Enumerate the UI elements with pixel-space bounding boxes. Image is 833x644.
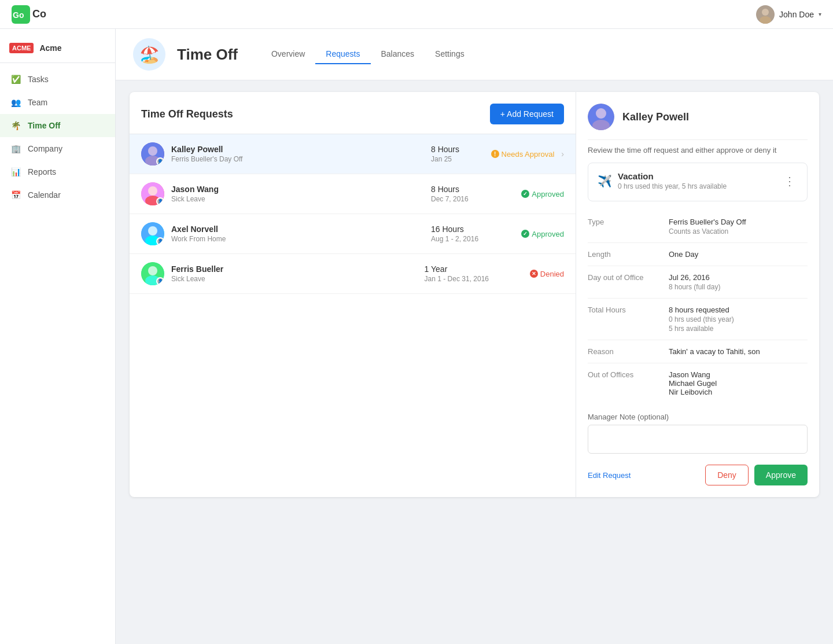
- request-hours: 8 Hours Jan 25: [431, 145, 489, 163]
- request-name: Jason Wang: [171, 185, 431, 194]
- deny-button[interactable]: Deny: [705, 465, 749, 485]
- detail-row-reason: Reason Takin' a vacay to Tahiti, son: [588, 340, 808, 363]
- add-request-button[interactable]: + Add Request: [490, 104, 564, 124]
- tab-balances[interactable]: Balances: [371, 45, 425, 64]
- sidebar-label: Company: [28, 144, 62, 153]
- detail-row-length: Length One Day: [588, 243, 808, 266]
- detail-row-type: Type Ferris Bueller's Day Off Counts as …: [588, 211, 808, 243]
- request-row-ferris[interactable]: 👤 Ferris Bueller Sick Leave 1 Year Jan 1…: [130, 254, 576, 294]
- request-name: Axel Norvell: [171, 225, 431, 234]
- request-info: Kalley Powell Ferris Bueller's Day Off: [171, 145, 431, 163]
- manager-note-input[interactable]: [588, 425, 808, 454]
- company-logo: ACME: [9, 43, 34, 53]
- logo-text: Co: [32, 8, 46, 20]
- user-menu[interactable]: John Doe ▾: [756, 5, 821, 24]
- avatar-ferris: 👤: [141, 262, 164, 285]
- hours-date: Jan 25: [431, 155, 489, 163]
- action-buttons: Edit Request Deny Approve: [588, 465, 808, 485]
- avatar-badge: 👤: [156, 197, 164, 205]
- time-off-icon: 🌴: [9, 119, 22, 132]
- company-name: Acme: [39, 43, 61, 53]
- detail-label-type: Type: [588, 218, 669, 235]
- vacation-card-left: ✈️ Vacation 0 hrs used this year, 5 hrs …: [598, 171, 727, 190]
- avatar-jason: 👤: [141, 182, 164, 205]
- avatar: [756, 5, 775, 24]
- request-status: Approved: [489, 190, 564, 198]
- sidebar-label: Calendar: [28, 190, 61, 200]
- detail-label-reason: Reason: [588, 347, 669, 356]
- plane-icon: ✈️: [598, 174, 612, 188]
- logo-icon: Go: [12, 5, 30, 24]
- company-icon: 🏢: [9, 142, 22, 155]
- sidebar-item-reports[interactable]: 📊 Reports: [0, 160, 115, 183]
- detail-row-total-hours: Total Hours 8 hours requested 0 hrs used…: [588, 299, 808, 340]
- sidebar-item-company[interactable]: 🏢 Company: [0, 137, 115, 160]
- sidebar-item-team[interactable]: 👥 Team: [0, 91, 115, 114]
- requests-title: Time Off Requests: [141, 108, 233, 120]
- avatar-badge: 👤: [156, 237, 164, 245]
- status-badge-approved: Approved: [521, 230, 564, 238]
- avatar-badge: 👤: [156, 157, 164, 165]
- status-badge-needs-approval: Needs Approval: [491, 150, 555, 159]
- detail-instruction: Review the time off request and either a…: [588, 146, 808, 154]
- approve-button[interactable]: Approve: [754, 465, 808, 485]
- detail-length-value: One Day: [669, 250, 808, 259]
- x-icon: [530, 270, 538, 278]
- action-right-buttons: Deny Approve: [705, 465, 808, 485]
- main-content: 🏖️ Time Off Overview Requests Balances S…: [116, 29, 833, 644]
- sidebar-item-time-off[interactable]: 🌴 Time Off: [0, 114, 115, 137]
- tab-requests[interactable]: Requests: [315, 45, 370, 64]
- detail-label-length: Length: [588, 250, 669, 259]
- hours-date: Jan 1 - Dec 31, 2016: [425, 275, 489, 283]
- request-row-axel[interactable]: 👤 Axel Norvell Work From Home 16 Hours A…: [130, 214, 576, 254]
- out-of-office-1: Jason Wang: [669, 370, 808, 379]
- calendar-icon: 📅: [9, 189, 22, 201]
- sidebar-label: Time Off: [28, 121, 61, 130]
- request-sub: Sick Leave: [171, 275, 425, 283]
- sidebar-label: Team: [28, 98, 47, 107]
- reports-icon: 📊: [9, 165, 22, 178]
- tab-settings[interactable]: Settings: [425, 45, 475, 64]
- request-row-jason[interactable]: 👤 Jason Wang Sick Leave 8 Hours Dec 7, 2…: [130, 174, 576, 214]
- detail-row-out-of-offices: Out of Offices Jason Wang Michael Gugel …: [588, 363, 808, 403]
- detail-label-day-out: Day out of Office: [588, 273, 669, 291]
- status-badge-approved: Approved: [521, 190, 564, 198]
- manager-note-label: Manager Note (optional): [588, 413, 808, 421]
- request-sub: Work From Home: [171, 235, 431, 243]
- sidebar-item-tasks[interactable]: ✅ Tasks: [0, 68, 115, 91]
- warn-icon: [491, 150, 499, 158]
- content-area: Time Off Requests + Add Request 👤: [116, 80, 833, 644]
- main-layout: ACME Acme ✅ Tasks 👥 Team 🌴 Time Off 🏢 Co…: [0, 29, 833, 644]
- detail-header: Kalley Powell: [588, 104, 808, 140]
- sidebar-item-calendar[interactable]: 📅 Calendar: [0, 183, 115, 207]
- vacation-card-header: ✈️ Vacation 0 hrs used this year, 5 hrs …: [598, 171, 798, 190]
- tab-overview[interactable]: Overview: [261, 45, 315, 64]
- request-sub: Ferris Bueller's Day Off: [171, 155, 431, 163]
- requests-header: Time Off Requests + Add Request: [130, 92, 576, 134]
- hours-date: Dec 7, 2016: [431, 195, 489, 203]
- hours-date: Aug 1 - 2, 2016: [431, 235, 489, 243]
- sidebar-label: Reports: [28, 167, 56, 176]
- request-name: Kalley Powell: [171, 145, 431, 154]
- detail-day-out-value: Jul 26, 2016: [669, 273, 808, 282]
- detail-total-hours-sub2: 5 hrs available: [669, 325, 808, 333]
- detail-day-out-sub: 8 hours (full day): [669, 283, 808, 291]
- tasks-icon: ✅: [9, 73, 22, 86]
- vacation-title: Vacation: [618, 171, 727, 181]
- avatar-badge: 👤: [156, 277, 164, 285]
- svg-point-8: [148, 186, 157, 196]
- detail-total-hours-value: 8 hours requested: [669, 306, 808, 314]
- more-options-button[interactable]: ⋮: [782, 174, 798, 188]
- top-navigation: Go Co John Doe ▾: [0, 0, 833, 29]
- sidebar: ACME Acme ✅ Tasks 👥 Team 🌴 Time Off 🏢 Co…: [0, 29, 116, 644]
- request-row-kalley[interactable]: 👤 Kalley Powell Ferris Bueller's Day Off…: [130, 134, 576, 174]
- detail-type-value: Ferris Bueller's Day Off: [669, 218, 808, 226]
- app-logo[interactable]: Go Co: [12, 5, 46, 24]
- vacation-card: ✈️ Vacation 0 hrs used this year, 5 hrs …: [588, 163, 808, 201]
- detail-reason-value: Takin' a vacay to Tahiti, son: [669, 347, 808, 356]
- edit-request-button[interactable]: Edit Request: [588, 471, 631, 480]
- chevron-down-icon: ▾: [819, 11, 821, 17]
- chevron-right-icon: ›: [561, 149, 564, 159]
- page-title: Time Off: [177, 46, 238, 64]
- sidebar-company[interactable]: ACME Acme: [0, 38, 115, 63]
